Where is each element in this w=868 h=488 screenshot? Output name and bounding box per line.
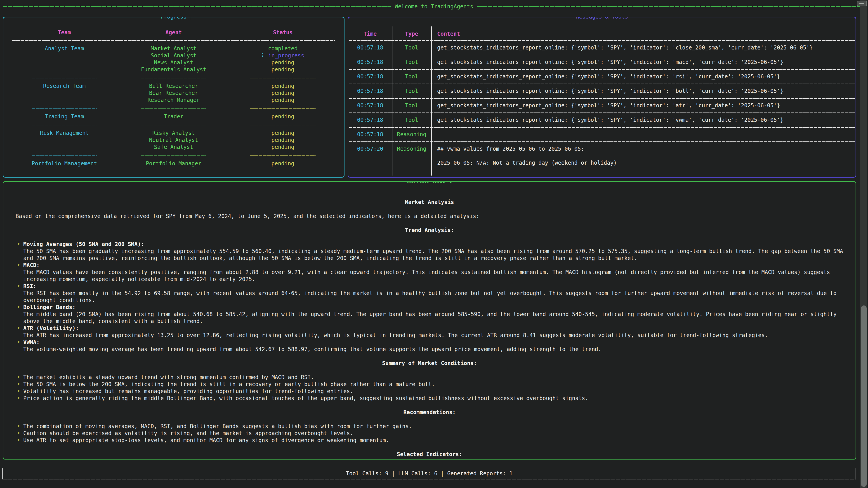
- report-bullet-body: The ATR has increased from approximately…: [23, 332, 846, 339]
- message-time: 00:57:18: [348, 59, 392, 66]
- status-bar-left-border: [2, 468, 3, 479]
- column-header-agent: Agent: [119, 29, 228, 36]
- agent-status: pending: [228, 83, 338, 90]
- report-bullet: The combination of moving averages, MACD…: [17, 423, 846, 430]
- progress-row: Portfolio ManagementPortfolio Managerpen…: [10, 160, 338, 167]
- report-bullet-body: The middle band (20 SMA) has been rising…: [23, 311, 846, 325]
- team-name: [10, 52, 119, 59]
- message-type: Tool: [392, 73, 431, 80]
- progress-table-header: Team Agent Status: [10, 29, 338, 36]
- report-section-heading: Selected Indicators:: [13, 451, 846, 458]
- message-content: get_stockstats_indicators_report_online:…: [431, 59, 856, 66]
- message-row: 00:57:18Toolget_stockstats_indicators_re…: [348, 55, 856, 69]
- agent-name: Portfolio Manager: [119, 160, 228, 167]
- agent-separator-line: [141, 108, 206, 109]
- status-bar-text: Tool Calls: 9 | LLM Calls: 6 | Generated…: [346, 470, 513, 477]
- progress-row: Risk ManagementRisky Analystpending: [10, 130, 338, 137]
- report-section-heading: Summary of Market Conditions:: [13, 360, 846, 367]
- column-header-status: Status: [228, 29, 338, 36]
- team-name: [10, 137, 119, 144]
- status-separator-line: [250, 78, 315, 78]
- progress-row: Bear Researcherpending: [10, 90, 338, 97]
- progress-row: Fundamentals Analystpending: [10, 66, 338, 73]
- scrollbar-thumb[interactable]: [861, 305, 867, 487]
- message-content-line: get_stockstats_indicators_report_online:…: [437, 73, 851, 80]
- message-content-line: 2025-06-05: N/A: Not a trading day (week…: [437, 160, 851, 166]
- message-row: 00:57:18Toolget_stockstats_indicators_re…: [348, 41, 856, 55]
- progress-panel: Progress Team Agent Status Analyst TeamM…: [3, 17, 344, 177]
- column-header-team: Team: [10, 29, 119, 36]
- messages-table-header: Time Type Content: [348, 28, 856, 40]
- message-content-line: get_stockstats_indicators_report_online:…: [437, 59, 851, 66]
- agent-separator-line: [141, 172, 206, 172]
- report-bullet: The 50 SMA is below the 200 SMA, indicat…: [17, 381, 846, 388]
- agent-name: Research Manager: [119, 97, 228, 104]
- message-row: 00:57:20Reasoning## vwma values from 202…: [348, 142, 856, 170]
- scroll-top-icon: [860, 3, 864, 4]
- message-row: 00:57:18Reasoning: [348, 128, 856, 141]
- report-bullet: The market exhibits a steady upward tren…: [17, 374, 846, 381]
- agent-separator-line: [141, 78, 206, 78]
- agent-status: pending: [228, 160, 338, 167]
- message-type: Reasoning: [392, 145, 431, 166]
- message-time: 00:57:18: [348, 44, 392, 51]
- team-separator-line: [32, 125, 97, 125]
- messages-panel: Messages & Tools Time Type Content 00:57…: [348, 17, 856, 177]
- team-name: Trading Team: [10, 113, 119, 120]
- status-separator-line: [250, 108, 315, 109]
- agent-name: Risky Analyst: [119, 130, 228, 137]
- report-bullet-body: The 50 SMA has been gradually increasing…: [23, 248, 846, 262]
- message-content: get_stockstats_indicators_report_online:…: [431, 102, 856, 109]
- message-content-line: get_stockstats_indicators_report_online:…: [437, 117, 851, 124]
- agent-name: News Analyst: [119, 59, 228, 66]
- team-separator-line: [32, 155, 97, 156]
- agent-status: pending: [228, 66, 338, 73]
- message-content: get_stockstats_indicators_report_online:…: [431, 117, 856, 124]
- message-row: 00:57:18Toolget_stockstats_indicators_re…: [348, 99, 856, 112]
- message-type: Tool: [392, 102, 431, 109]
- message-type: Tool: [392, 88, 431, 95]
- agent-name: Safe Analyst: [119, 144, 228, 151]
- report-panel: Current Report Market Analysis Based on …: [3, 181, 856, 459]
- team-name: Analyst Team: [10, 45, 119, 52]
- app-title: Welcome to TradingAgents: [395, 3, 473, 10]
- team-name: Portfolio Management: [10, 160, 119, 167]
- progress-row: News Analystpending: [10, 59, 338, 66]
- status-bar: Tool Calls: 9 | LLM Calls: 6 | Generated…: [2, 468, 856, 480]
- column-header-type: Type: [392, 31, 431, 37]
- progress-row: Safe Analystpending: [10, 144, 338, 151]
- report-bullet-title: Bollinger Bands:: [23, 304, 846, 311]
- status-bar-bottom-border: [2, 479, 856, 480]
- agent-separator-line: [141, 125, 206, 125]
- status-text: in_progress: [268, 53, 304, 59]
- agent-status: pending: [228, 137, 338, 144]
- spinner-icon: ⠇: [261, 53, 266, 59]
- message-row: 00:57:18Toolget_stockstats_indicators_re…: [348, 70, 856, 84]
- message-time: 00:57:18: [348, 88, 392, 95]
- report-intro: Based on the comprehensive data retrieve…: [16, 213, 846, 220]
- message-time: 00:57:18: [348, 131, 392, 138]
- message-content-line: get_stockstats_indicators_report_online:…: [437, 88, 851, 95]
- scroll-top-button[interactable]: [857, 1, 867, 6]
- message-row: 00:57:18Toolget_stockstats_indicators_re…: [348, 84, 856, 98]
- messages-panel-title: Messages & Tools: [572, 17, 631, 20]
- message-row: 00:57:18Toolget_stockstats_indicators_re…: [348, 113, 856, 127]
- column-header-content: Content: [431, 31, 856, 37]
- report-bullet: Use ATR to set appropriate stop-loss lev…: [17, 437, 846, 444]
- report-bullet-title: ATR (Volatility):: [23, 325, 846, 332]
- report-panel-title: Current Report: [403, 181, 456, 184]
- message-content-line: [437, 131, 851, 138]
- team-separator: [10, 167, 338, 177]
- report-bullet-body: The MACD values have been consistently p…: [23, 269, 846, 283]
- agent-status: pending: [228, 144, 338, 151]
- status-separator-line: [250, 125, 315, 125]
- agent-name: Trader: [119, 113, 228, 120]
- progress-row: Research Managerpending: [10, 97, 338, 104]
- message-content: ## vwma values from 2025-05-06 to 2025-0…: [431, 145, 856, 166]
- progress-row: Social Analyst⠇in_progress: [10, 52, 338, 59]
- status-bar-top-border: [2, 468, 856, 468]
- scrollbar-track[interactable]: [860, 0, 867, 488]
- progress-header-underline: [12, 40, 335, 41]
- team-name: [10, 144, 119, 151]
- report-bullet: MACD:The MACD values have been consisten…: [17, 262, 846, 283]
